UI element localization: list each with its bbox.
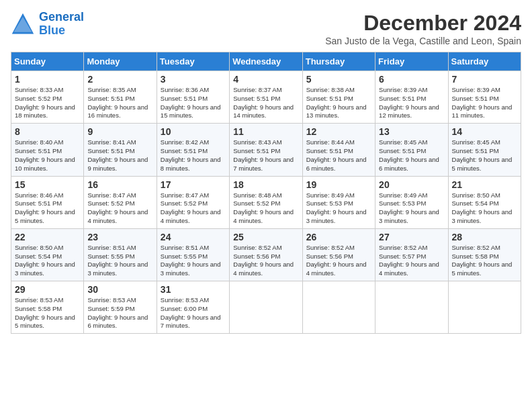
day-number: 22 xyxy=(15,232,80,242)
day-number: 31 xyxy=(161,284,226,295)
column-header-thursday: Thursday xyxy=(302,52,375,71)
calendar-cell: 8 Sunrise: 8:40 AM Sunset: 5:51 PM Dayli… xyxy=(11,124,84,176)
calendar-cell: 9 Sunrise: 8:41 AM Sunset: 5:51 PM Dayli… xyxy=(84,124,157,176)
day-number: 29 xyxy=(15,284,80,295)
svg-marker-1 xyxy=(14,17,32,32)
day-number: 27 xyxy=(379,232,444,242)
day-number: 13 xyxy=(379,126,444,137)
day-info: Sunrise: 8:52 AM Sunset: 5:57 PM Dayligh… xyxy=(379,244,444,278)
day-info: Sunrise: 8:52 AM Sunset: 5:58 PM Dayligh… xyxy=(452,244,517,278)
day-number: 30 xyxy=(87,284,152,295)
day-info: Sunrise: 8:37 AM Sunset: 5:51 PM Dayligh… xyxy=(233,86,298,120)
calendar-cell: 16 Sunrise: 8:47 AM Sunset: 5:52 PM Dayl… xyxy=(84,176,157,228)
day-number: 2 xyxy=(87,74,152,85)
day-info: Sunrise: 8:33 AM Sunset: 5:52 PM Dayligh… xyxy=(15,86,80,120)
day-info: Sunrise: 8:50 AM Sunset: 5:54 PM Dayligh… xyxy=(452,191,517,226)
calendar-cell: 5 Sunrise: 8:38 AM Sunset: 5:51 PM Dayli… xyxy=(302,71,375,124)
column-header-tuesday: Tuesday xyxy=(157,52,229,71)
day-number: 24 xyxy=(161,232,226,242)
calendar-cell: 27 Sunrise: 8:52 AM Sunset: 5:57 PM Dayl… xyxy=(375,228,448,281)
calendar-cell: 23 Sunrise: 8:51 AM Sunset: 5:55 PM Dayl… xyxy=(84,228,157,281)
day-info: Sunrise: 8:49 AM Sunset: 5:53 PM Dayligh… xyxy=(306,191,371,226)
day-number: 28 xyxy=(452,232,517,242)
day-info: Sunrise: 8:45 AM Sunset: 5:51 PM Dayligh… xyxy=(379,138,444,173)
day-info: Sunrise: 8:51 AM Sunset: 5:55 PM Dayligh… xyxy=(161,244,226,278)
location-subtitle: San Justo de la Vega, Castille and Leon,… xyxy=(325,36,521,46)
day-number: 11 xyxy=(233,126,298,137)
day-info: Sunrise: 8:52 AM Sunset: 5:56 PM Dayligh… xyxy=(306,244,371,278)
calendar-week-row: 22 Sunrise: 8:50 AM Sunset: 5:54 PM Dayl… xyxy=(11,228,521,281)
calendar-cell xyxy=(448,281,521,334)
calendar-cell: 26 Sunrise: 8:52 AM Sunset: 5:56 PM Dayl… xyxy=(302,228,375,281)
day-info: Sunrise: 8:52 AM Sunset: 5:56 PM Dayligh… xyxy=(233,244,298,278)
month-title: December 2024 xyxy=(325,11,521,36)
day-number: 18 xyxy=(233,179,298,190)
day-info: Sunrise: 8:41 AM Sunset: 5:51 PM Dayligh… xyxy=(87,138,152,173)
day-info: Sunrise: 8:36 AM Sunset: 5:51 PM Dayligh… xyxy=(161,86,226,120)
day-number: 6 xyxy=(379,74,444,85)
day-info: Sunrise: 8:48 AM Sunset: 5:52 PM Dayligh… xyxy=(233,191,298,226)
calendar-cell: 18 Sunrise: 8:48 AM Sunset: 5:52 PM Dayl… xyxy=(230,176,302,228)
day-info: Sunrise: 8:49 AM Sunset: 5:53 PM Dayligh… xyxy=(379,191,444,226)
calendar-cell: 19 Sunrise: 8:49 AM Sunset: 5:53 PM Dayl… xyxy=(302,176,375,228)
day-number: 3 xyxy=(161,74,226,85)
day-number: 25 xyxy=(233,232,298,242)
calendar-cell: 24 Sunrise: 8:51 AM Sunset: 5:55 PM Dayl… xyxy=(157,228,229,281)
column-header-saturday: Saturday xyxy=(448,52,521,71)
calendar-week-row: 15 Sunrise: 8:46 AM Sunset: 5:51 PM Dayl… xyxy=(11,176,521,228)
day-number: 20 xyxy=(379,179,444,190)
column-header-wednesday: Wednesday xyxy=(230,52,302,71)
day-number: 14 xyxy=(452,126,517,137)
day-info: Sunrise: 8:39 AM Sunset: 5:51 PM Dayligh… xyxy=(452,86,517,120)
calendar-cell: 13 Sunrise: 8:45 AM Sunset: 5:51 PM Dayl… xyxy=(375,124,448,176)
calendar-header-row: SundayMondayTuesdayWednesdayThursdayFrid… xyxy=(11,52,521,71)
day-info: Sunrise: 8:46 AM Sunset: 5:51 PM Dayligh… xyxy=(15,191,80,226)
day-number: 23 xyxy=(87,232,152,242)
day-number: 10 xyxy=(161,126,226,137)
calendar-cell: 17 Sunrise: 8:47 AM Sunset: 5:52 PM Dayl… xyxy=(157,176,229,228)
day-info: Sunrise: 8:53 AM Sunset: 5:58 PM Dayligh… xyxy=(15,296,80,330)
calendar-cell: 2 Sunrise: 8:35 AM Sunset: 5:51 PM Dayli… xyxy=(84,71,157,124)
calendar-cell: 6 Sunrise: 8:39 AM Sunset: 5:51 PM Dayli… xyxy=(375,71,448,124)
calendar-cell xyxy=(375,281,448,334)
calendar-cell: 11 Sunrise: 8:43 AM Sunset: 5:51 PM Dayl… xyxy=(230,124,302,176)
day-number: 5 xyxy=(306,74,371,85)
day-number: 7 xyxy=(452,74,517,85)
day-info: Sunrise: 8:44 AM Sunset: 5:51 PM Dayligh… xyxy=(306,138,371,173)
day-number: 17 xyxy=(161,179,226,190)
day-number: 1 xyxy=(15,74,80,85)
day-info: Sunrise: 8:42 AM Sunset: 5:51 PM Dayligh… xyxy=(161,138,226,173)
page-header: General Blue December 2024 San Justo de … xyxy=(11,11,521,46)
calendar-week-row: 8 Sunrise: 8:40 AM Sunset: 5:51 PM Dayli… xyxy=(11,124,521,176)
calendar-cell: 29 Sunrise: 8:53 AM Sunset: 5:58 PM Dayl… xyxy=(11,281,84,334)
day-number: 4 xyxy=(233,74,298,85)
day-number: 19 xyxy=(306,179,371,190)
calendar-cell: 7 Sunrise: 8:39 AM Sunset: 5:51 PM Dayli… xyxy=(448,71,521,124)
calendar-cell: 15 Sunrise: 8:46 AM Sunset: 5:51 PM Dayl… xyxy=(11,176,84,228)
calendar-cell xyxy=(302,281,375,334)
calendar-cell: 12 Sunrise: 8:44 AM Sunset: 5:51 PM Dayl… xyxy=(302,124,375,176)
day-info: Sunrise: 8:35 AM Sunset: 5:51 PM Dayligh… xyxy=(87,86,152,120)
day-info: Sunrise: 8:50 AM Sunset: 5:54 PM Dayligh… xyxy=(15,244,80,278)
logo-text: General Blue xyxy=(39,11,84,38)
day-number: 12 xyxy=(306,126,371,137)
day-info: Sunrise: 8:51 AM Sunset: 5:55 PM Dayligh… xyxy=(87,244,152,278)
calendar-cell: 1 Sunrise: 8:33 AM Sunset: 5:52 PM Dayli… xyxy=(11,71,84,124)
day-number: 21 xyxy=(452,179,517,190)
day-info: Sunrise: 8:43 AM Sunset: 5:51 PM Dayligh… xyxy=(233,138,298,173)
day-info: Sunrise: 8:45 AM Sunset: 5:51 PM Dayligh… xyxy=(452,138,517,173)
day-number: 26 xyxy=(306,232,371,242)
day-number: 15 xyxy=(15,179,80,190)
day-info: Sunrise: 8:47 AM Sunset: 5:52 PM Dayligh… xyxy=(161,191,226,226)
calendar-cell: 4 Sunrise: 8:37 AM Sunset: 5:51 PM Dayli… xyxy=(230,71,302,124)
day-info: Sunrise: 8:53 AM Sunset: 5:59 PM Dayligh… xyxy=(87,296,152,330)
day-number: 9 xyxy=(87,126,152,137)
calendar-cell: 3 Sunrise: 8:36 AM Sunset: 5:51 PM Dayli… xyxy=(157,71,229,124)
calendar-cell: 25 Sunrise: 8:52 AM Sunset: 5:56 PM Dayl… xyxy=(230,228,302,281)
day-number: 16 xyxy=(87,179,152,190)
calendar-week-row: 1 Sunrise: 8:33 AM Sunset: 5:52 PM Dayli… xyxy=(11,71,521,124)
title-block: December 2024 San Justo de la Vega, Cast… xyxy=(325,11,521,46)
calendar-cell: 10 Sunrise: 8:42 AM Sunset: 5:51 PM Dayl… xyxy=(157,124,229,176)
logo-icon xyxy=(11,12,35,36)
day-info: Sunrise: 8:53 AM Sunset: 6:00 PM Dayligh… xyxy=(161,296,226,330)
